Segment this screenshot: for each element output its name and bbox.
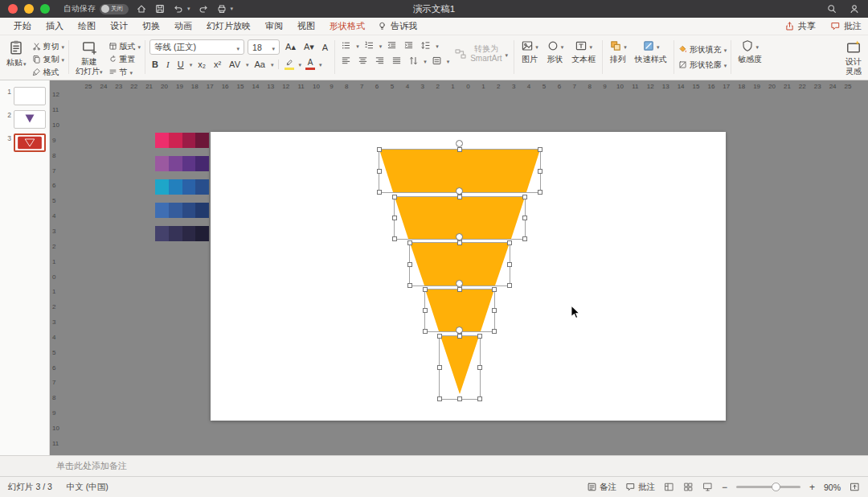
- change-case-button[interactable]: Aa: [252, 60, 267, 69]
- convert-to-smartart-button[interactable]: 转换为SmartArt: [452, 38, 510, 64]
- reset-icon: [108, 55, 117, 64]
- normal-view-button[interactable]: [664, 482, 674, 492]
- tab-设计[interactable]: 设计: [103, 18, 135, 35]
- tab-动画[interactable]: 动画: [167, 18, 199, 35]
- language-button[interactable]: 中文 (中国): [67, 482, 108, 493]
- comments-button[interactable]: 批注: [830, 20, 862, 32]
- scissors-icon: [32, 42, 41, 51]
- font-color-button[interactable]: A: [305, 59, 316, 70]
- zoom-level[interactable]: 90%: [824, 483, 841, 492]
- tab-插入[interactable]: 插入: [39, 18, 71, 35]
- account-icon[interactable]: [849, 3, 860, 14]
- font-size-select[interactable]: 18: [248, 39, 280, 55]
- paragraph-group: 转换为SmartArt: [339, 38, 510, 76]
- font-name-select[interactable]: 等线 (正文): [149, 39, 244, 55]
- highlight-color-button[interactable]: [284, 58, 295, 70]
- tab-开始[interactable]: 开始: [6, 18, 39, 35]
- print-dropdown-caret[interactable]: ▾: [231, 6, 234, 12]
- autosave-switch[interactable]: 关闭: [100, 4, 129, 14]
- bullets-button[interactable]: [339, 39, 353, 51]
- funnel-shapes[interactable]: [50, 80, 868, 455]
- copy-button[interactable]: 复制: [32, 54, 65, 64]
- print-icon[interactable]: [216, 3, 227, 14]
- notes-toggle-button[interactable]: 备注: [587, 482, 616, 493]
- share-button[interactable]: 共享: [784, 20, 816, 32]
- line-spacing-button[interactable]: [419, 39, 432, 51]
- zoom-slider[interactable]: [736, 486, 800, 488]
- close-button[interactable]: [8, 4, 18, 14]
- layout-button[interactable]: 版式: [108, 41, 141, 51]
- editing-canvas[interactable]: 2524232221201918171615141312111098765432…: [50, 80, 868, 455]
- textbox-button[interactable]: 文本框: [569, 38, 598, 67]
- align-text-button[interactable]: [430, 55, 444, 67]
- decrease-indent-button[interactable]: [385, 39, 399, 51]
- text-direction-button[interactable]: [407, 55, 420, 67]
- quick-styles-button[interactable]: 快速样式: [633, 38, 669, 67]
- tab-形状格式[interactable]: 形状格式: [322, 18, 372, 35]
- zoom-in-button[interactable]: [809, 482, 815, 493]
- undo-icon[interactable]: [173, 3, 184, 14]
- arrange-button[interactable]: 排列: [607, 38, 629, 67]
- slide-thumbnail-1[interactable]: 1: [0, 84, 49, 108]
- shape-fill-button[interactable]: 形状填充: [678, 44, 727, 55]
- paste-caret: [23, 59, 27, 68]
- increase-indent-button[interactable]: [402, 39, 416, 51]
- funnel-segment-4[interactable]: [425, 290, 494, 331]
- comments-toggle-button[interactable]: 批注: [625, 482, 655, 493]
- slide-thumbnail-3[interactable]: 3: [0, 131, 49, 154]
- cut-button[interactable]: 剪切: [32, 41, 65, 51]
- italic-button[interactable]: I: [164, 60, 172, 69]
- picture-button[interactable]: 图片: [518, 38, 541, 67]
- paste-button[interactable]: 粘贴: [4, 38, 29, 70]
- new-slide-button[interactable]: 新建幻灯片: [73, 38, 105, 78]
- tab-绘图[interactable]: 绘图: [71, 18, 103, 35]
- notes-pane[interactable]: 单击此处添加备注: [0, 455, 868, 476]
- tab-切换[interactable]: 切换: [135, 18, 167, 35]
- subscript-button[interactable]: x₂: [195, 60, 208, 69]
- maximize-button[interactable]: [40, 4, 50, 14]
- search-icon[interactable]: [826, 3, 837, 14]
- save-icon[interactable]: [154, 3, 166, 14]
- grow-font-button[interactable]: A▴: [283, 42, 298, 52]
- sensitivity-button[interactable]: 敏感度: [735, 38, 764, 76]
- bold-button[interactable]: B: [149, 60, 161, 69]
- tellme-button[interactable]: 告诉我: [377, 20, 417, 32]
- picture-icon: [521, 39, 534, 52]
- tab-审阅[interactable]: 审阅: [258, 18, 290, 35]
- align-right-button[interactable]: [373, 55, 387, 67]
- autosave-toggle[interactable]: 自动保存 关闭: [63, 3, 129, 14]
- superscript-button[interactable]: x²: [211, 60, 223, 69]
- funnel-segment-2[interactable]: [395, 197, 525, 239]
- zoom-out-button[interactable]: [722, 482, 727, 493]
- clear-formatting-button[interactable]: A: [320, 43, 330, 52]
- align-left-button[interactable]: [339, 55, 353, 67]
- shape-outline-button[interactable]: 形状轮廓: [678, 60, 727, 70]
- funnel-segment-5[interactable]: [440, 336, 479, 394]
- underline-button[interactable]: U: [175, 60, 186, 69]
- tab-视图[interactable]: 视图: [290, 18, 322, 35]
- funnel-segment-3[interactable]: [410, 243, 510, 285]
- format-painter-button[interactable]: 格式: [32, 67, 65, 77]
- funnel-segment-1[interactable]: [379, 150, 540, 192]
- character-spacing-button[interactable]: AV: [227, 60, 243, 69]
- tab-幻灯片放映[interactable]: 幻灯片放映: [199, 18, 258, 35]
- status-bar: 幻灯片 3 / 3 中文 (中国) 备注 批注 90%: [0, 476, 868, 497]
- undo-dropdown-caret[interactable]: ▾: [187, 6, 190, 12]
- section-button[interactable]: 节: [108, 67, 141, 77]
- notes-placeholder[interactable]: 单击此处添加备注: [56, 460, 127, 472]
- slide-thumbnail-2[interactable]: 2: [0, 108, 49, 131]
- shrink-font-button[interactable]: A▾: [301, 42, 317, 52]
- home-icon[interactable]: [136, 3, 147, 14]
- shapes-button[interactable]: 形状: [544, 38, 567, 67]
- reset-button[interactable]: 重置: [108, 54, 141, 64]
- slide-sorter-button[interactable]: [683, 482, 694, 492]
- numbering-button[interactable]: [362, 39, 376, 51]
- align-center-button[interactable]: [356, 55, 370, 67]
- redo-icon[interactable]: [198, 3, 209, 14]
- justify-button[interactable]: [390, 55, 403, 67]
- design-ideas-button[interactable]: 设计灵感: [843, 38, 864, 76]
- slideshow-button[interactable]: [702, 482, 713, 492]
- zoom-slider-knob[interactable]: [772, 483, 780, 491]
- minimize-button[interactable]: [24, 4, 34, 14]
- fit-slide-to-window-icon[interactable]: [850, 482, 860, 492]
